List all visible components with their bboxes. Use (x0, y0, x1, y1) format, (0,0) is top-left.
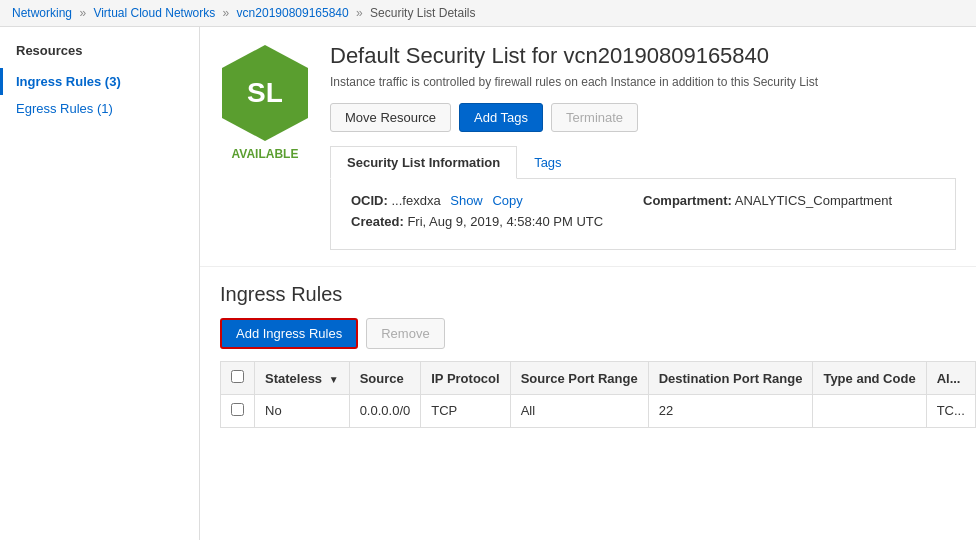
hexagon-initials: SL (247, 77, 283, 109)
terminate-button[interactable]: Terminate (551, 103, 638, 132)
ingress-rules-title: Ingress Rules (220, 283, 956, 306)
row-allow: TC... (926, 395, 975, 428)
row-type-and-code (813, 395, 926, 428)
hexagon-icon: SL (220, 43, 310, 143)
ingress-rules-table: Stateless ▼ Source IP Protocol Source Po… (220, 361, 976, 428)
header-type-and-code: Type and Code (813, 362, 926, 395)
ocid-copy-link[interactable]: Copy (492, 193, 522, 208)
tab-tags[interactable]: Tags (517, 146, 578, 178)
created-label: Created: (351, 214, 404, 229)
add-ingress-rules-button[interactable]: Add Ingress Rules (220, 318, 358, 349)
ocid-label: OCID: (351, 193, 388, 208)
row-ip-protocol: TCP (421, 395, 510, 428)
page-title: Default Security List for vcn20190809165… (330, 43, 956, 69)
header-destination-port-range: Destination Port Range (648, 362, 813, 395)
breadcrumb-networking[interactable]: Networking (12, 6, 72, 20)
content-area: SL AVAILABLE Default Security List for v… (200, 27, 976, 540)
header-section: SL AVAILABLE Default Security List for v… (200, 27, 976, 267)
row-dst-port-range: 22 (648, 395, 813, 428)
compartment-label: Compartment: (643, 193, 732, 208)
breadcrumb: Networking » Virtual Cloud Networks » vc… (0, 0, 976, 27)
header-info: Default Security List for vcn20190809165… (330, 43, 956, 250)
sidebar-item-egress-rules[interactable]: Egress Rules (1) (0, 95, 199, 122)
row-checkbox-cell (221, 395, 255, 428)
tab-content: OCID: ...fexdxa Show Copy Compartment: A… (330, 179, 956, 250)
table-header-row: Stateless ▼ Source IP Protocol Source Po… (221, 362, 976, 395)
sort-arrow-stateless: ▼ (329, 374, 339, 385)
created-value: Fri, Aug 9, 2019, 4:58:40 PM UTC (407, 214, 603, 229)
select-all-checkbox[interactable] (231, 370, 244, 383)
breadcrumb-current: Security List Details (370, 6, 475, 20)
row-stateless: No (255, 395, 350, 428)
compartment-value: ANALYTICS_Compartment (735, 193, 892, 208)
sidebar-item-ingress-rules[interactable]: Ingress Rules (3) (0, 68, 199, 95)
availability-status: AVAILABLE (232, 147, 299, 161)
ocid-row: OCID: ...fexdxa Show Copy Compartment: A… (351, 193, 935, 208)
ingress-rules-section: Ingress Rules Add Ingress Rules Remove S… (200, 267, 976, 444)
action-buttons: Move Resource Add Tags Terminate (330, 103, 956, 132)
header-source: Source (349, 362, 421, 395)
sidebar: Resources Ingress Rules (3) Egress Rules… (0, 27, 200, 540)
row-source: 0.0.0.0/0 (349, 395, 421, 428)
table-row: No 0.0.0.0/0 TCP All 22 TC... (221, 395, 976, 428)
breadcrumb-vcn[interactable]: Virtual Cloud Networks (93, 6, 215, 20)
ocid-value: ...fexdxa (391, 193, 440, 208)
tab-security-list-information[interactable]: Security List Information (330, 146, 517, 179)
header-source-port-range: Source Port Range (510, 362, 648, 395)
breadcrumb-vcn-id[interactable]: vcn20190809165840 (237, 6, 349, 20)
resource-icon-container: SL AVAILABLE (220, 43, 310, 161)
tab-bar: Security List Information Tags (330, 146, 956, 179)
table-body: No 0.0.0.0/0 TCP All 22 TC... (221, 395, 976, 428)
header-stateless: Stateless ▼ (255, 362, 350, 395)
row-src-port-range: All (510, 395, 648, 428)
rules-toolbar: Add Ingress Rules Remove (220, 318, 956, 349)
header-checkbox (221, 362, 255, 395)
remove-button[interactable]: Remove (366, 318, 444, 349)
resource-subtitle: Instance traffic is controlled by firewa… (330, 75, 956, 89)
sidebar-heading: Resources (0, 43, 199, 68)
created-row: Created: Fri, Aug 9, 2019, 4:58:40 PM UT… (351, 214, 935, 229)
row-checkbox[interactable] (231, 403, 244, 416)
ocid-show-link[interactable]: Show (450, 193, 483, 208)
move-resource-button[interactable]: Move Resource (330, 103, 451, 132)
header-allow: Al... (926, 362, 975, 395)
add-tags-button[interactable]: Add Tags (459, 103, 543, 132)
header-ip-protocol: IP Protocol (421, 362, 510, 395)
